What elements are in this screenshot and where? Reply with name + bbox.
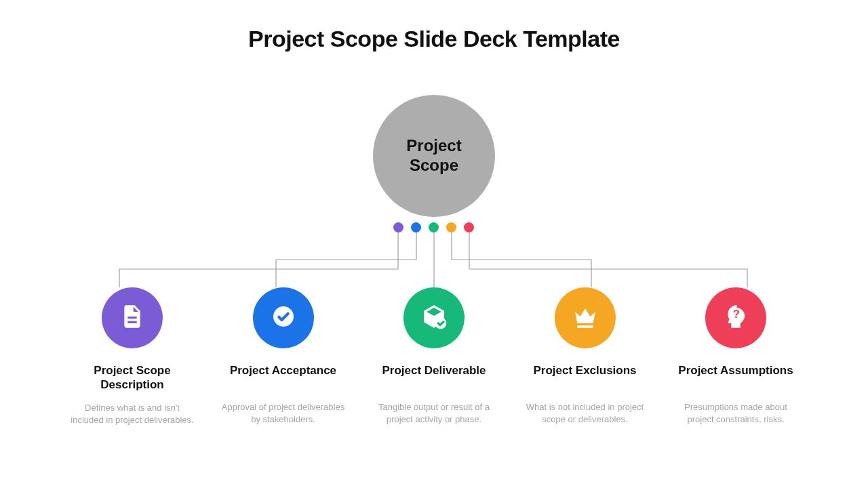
center-node: ProjectScope xyxy=(373,95,495,217)
dot-blue xyxy=(411,222,421,232)
dot-red xyxy=(464,222,474,232)
crown-icon xyxy=(572,303,599,333)
dot-orange xyxy=(446,222,456,232)
item-scope-description: Project Scope Description Defines what i… xyxy=(68,287,197,426)
item-desc: Presumptions made about project constrai… xyxy=(671,401,800,426)
head-question-icon: ? xyxy=(722,303,749,333)
item-desc: What is not included in project scope or… xyxy=(521,401,650,426)
color-dots-row xyxy=(393,222,474,232)
check-circle-icon xyxy=(270,303,297,333)
item-circle xyxy=(253,287,314,348)
item-desc: Defines what is and isn't included in pr… xyxy=(68,402,197,426)
dot-purple xyxy=(393,222,403,232)
package-check-icon xyxy=(420,303,448,333)
items-row: Project Scope Description Defines what i… xyxy=(68,287,800,426)
item-acceptance: Project Acceptance Approval of project d… xyxy=(219,287,348,426)
item-circle: ? xyxy=(705,287,766,348)
item-assumptions: ? Project Assumptions Presumptions made … xyxy=(671,287,800,426)
item-desc: Tangible output or result of a project a… xyxy=(370,401,498,426)
slide-title: Project Scope Slide Deck Template xyxy=(0,26,868,52)
item-exclusions: Project Exclusions What is not included … xyxy=(521,287,650,426)
dot-green xyxy=(429,222,439,232)
item-title: Project Assumptions xyxy=(678,363,793,392)
svg-text:?: ? xyxy=(733,308,740,321)
item-circle xyxy=(403,287,465,348)
center-node-label: ProjectScope xyxy=(406,136,461,176)
item-circle xyxy=(555,287,616,348)
document-icon xyxy=(119,303,146,333)
item-title: Project Acceptance xyxy=(230,363,336,392)
item-circle xyxy=(102,287,163,348)
item-title: Project Exclusions xyxy=(533,363,636,392)
item-title: Project Scope Description xyxy=(68,363,197,392)
item-desc: Approval of project deliverables by stak… xyxy=(219,401,348,426)
item-deliverable: Project Deliverable Tangible output or r… xyxy=(370,287,498,426)
item-title: Project Deliverable xyxy=(382,363,486,392)
